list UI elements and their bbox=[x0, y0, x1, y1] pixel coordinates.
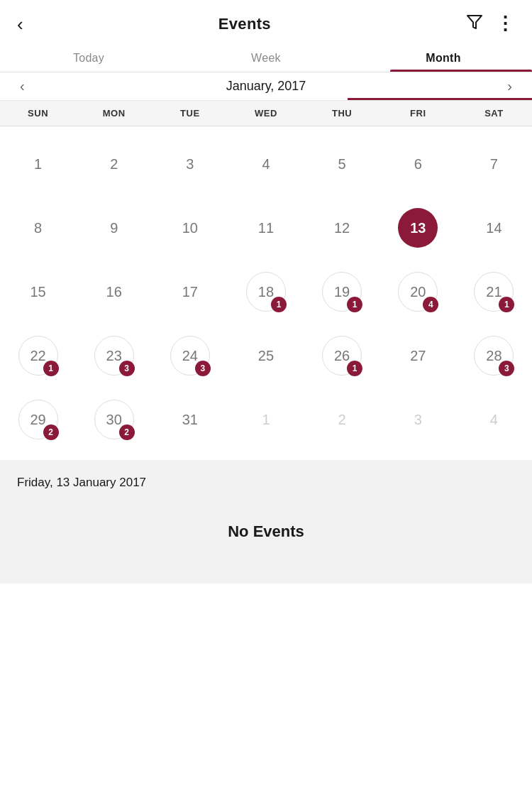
month-title: January, 2017 bbox=[33, 79, 499, 94]
day-number: 18 bbox=[258, 285, 274, 299]
calendar-day-26[interactable]: 261 bbox=[304, 324, 380, 388]
tab-week[interactable]: Week bbox=[177, 42, 355, 72]
calendar-day-20[interactable]: 204 bbox=[380, 260, 456, 324]
day-number: 15 bbox=[30, 285, 45, 299]
calendar-day-other-4-3[interactable]: 1 bbox=[228, 388, 304, 451]
weekday-headers: SUN MON TUE WED THU FRI SAT bbox=[0, 101, 532, 126]
day-number: 16 bbox=[106, 285, 122, 299]
event-count-badge: 1 bbox=[499, 297, 514, 312]
day-number: 9 bbox=[110, 221, 118, 235]
event-count-badge: 2 bbox=[119, 425, 135, 440]
selected-date-section: Friday, 13 January 2017 bbox=[0, 460, 532, 501]
calendar-day-3[interactable]: 3 bbox=[152, 132, 228, 196]
calendar-day-23[interactable]: 233 bbox=[76, 324, 152, 388]
calendar-day-13[interactable]: 13 bbox=[380, 196, 456, 260]
day-number: 22 bbox=[30, 349, 45, 363]
day-number: 26 bbox=[334, 349, 350, 363]
calendar-day-14[interactable]: 14 bbox=[456, 196, 532, 260]
day-number: 19 bbox=[334, 285, 350, 299]
calendar-day-5[interactable]: 5 bbox=[304, 132, 380, 196]
calendar-day-other-4-6[interactable]: 4 bbox=[456, 388, 532, 451]
calendar-day-17[interactable]: 17 bbox=[152, 260, 228, 324]
calendar-day-30[interactable]: 302 bbox=[76, 388, 152, 451]
event-count-badge: 1 bbox=[43, 361, 59, 376]
calendar-day-29[interactable]: 292 bbox=[0, 388, 76, 451]
month-underline bbox=[348, 98, 532, 100]
day-number: 21 bbox=[486, 285, 501, 299]
weekday-sun: SUN bbox=[0, 108, 76, 119]
day-number: 31 bbox=[182, 412, 198, 427]
weekday-sat: SAT bbox=[456, 108, 532, 119]
calendar-day-22[interactable]: 221 bbox=[0, 324, 76, 388]
day-number: 2 bbox=[110, 157, 118, 171]
more-icon[interactable]: ⋮ bbox=[496, 13, 515, 35]
calendar-day-21[interactable]: 211 bbox=[456, 260, 532, 324]
calendar-day-4[interactable]: 4 bbox=[228, 132, 304, 196]
tab-month[interactable]: Month bbox=[355, 42, 532, 72]
day-number: 13 bbox=[410, 221, 426, 235]
day-number: 25 bbox=[258, 349, 274, 363]
calendar-day-10[interactable]: 10 bbox=[152, 196, 228, 260]
weekday-thu: THU bbox=[304, 108, 380, 119]
day-number: 8 bbox=[34, 221, 42, 235]
no-events-text: No Events bbox=[0, 522, 532, 541]
event-count-badge: 1 bbox=[271, 297, 287, 312]
day-number: 24 bbox=[182, 349, 198, 363]
selected-date-label: Friday, 13 January 2017 bbox=[17, 476, 515, 490]
day-number: 5 bbox=[338, 157, 346, 171]
calendar-day-11[interactable]: 11 bbox=[228, 196, 304, 260]
calendar-day-12[interactable]: 12 bbox=[304, 196, 380, 260]
prev-month-button[interactable]: ‹ bbox=[11, 78, 33, 94]
calendar-day-24[interactable]: 243 bbox=[152, 324, 228, 388]
day-number: 17 bbox=[182, 285, 198, 299]
back-button[interactable]: ‹ bbox=[17, 15, 23, 33]
calendar-day-6[interactable]: 6 bbox=[380, 132, 456, 196]
day-number: 1 bbox=[262, 412, 270, 427]
event-count-badge: 3 bbox=[195, 361, 211, 376]
calendar-day-15[interactable]: 15 bbox=[0, 260, 76, 324]
calendar-day-other-4-5[interactable]: 3 bbox=[380, 388, 456, 451]
calendar-day-25[interactable]: 25 bbox=[228, 324, 304, 388]
month-navigation: ‹ January, 2017 › bbox=[0, 72, 532, 101]
calendar-day-7[interactable]: 7 bbox=[456, 132, 532, 196]
calendar-day-8[interactable]: 8 bbox=[0, 196, 76, 260]
event-count-badge: 3 bbox=[499, 361, 514, 376]
day-number: 28 bbox=[486, 349, 501, 363]
day-number: 14 bbox=[486, 221, 501, 235]
weekday-tue: TUE bbox=[152, 108, 228, 119]
header-icons: ⋮ bbox=[466, 13, 515, 35]
day-number: 2 bbox=[338, 412, 346, 427]
day-number: 10 bbox=[182, 221, 198, 235]
calendar-day-19[interactable]: 191 bbox=[304, 260, 380, 324]
day-number: 6 bbox=[414, 157, 422, 171]
day-number: 12 bbox=[334, 221, 350, 235]
app-header: ‹ Events ⋮ bbox=[0, 0, 532, 42]
tab-today[interactable]: Today bbox=[0, 42, 177, 72]
calendar-day-31[interactable]: 31 bbox=[152, 388, 228, 451]
day-number: 23 bbox=[106, 349, 122, 363]
event-count-badge: 1 bbox=[347, 297, 362, 312]
filter-icon[interactable] bbox=[466, 13, 483, 35]
day-number: 29 bbox=[30, 412, 45, 427]
next-month-button[interactable]: › bbox=[499, 78, 521, 94]
weekday-mon: MON bbox=[76, 108, 152, 119]
day-number: 3 bbox=[414, 412, 422, 427]
calendar-day-1[interactable]: 1 bbox=[0, 132, 76, 196]
no-events-section: No Events bbox=[0, 501, 532, 584]
calendar-day-16[interactable]: 16 bbox=[76, 260, 152, 324]
day-number: 20 bbox=[410, 285, 426, 299]
day-number: 11 bbox=[258, 221, 274, 235]
calendar-day-2[interactable]: 2 bbox=[76, 132, 152, 196]
event-count-badge: 1 bbox=[347, 361, 362, 376]
event-count-badge: 3 bbox=[119, 361, 135, 376]
calendar-day-18[interactable]: 181 bbox=[228, 260, 304, 324]
svg-marker-0 bbox=[467, 16, 482, 28]
page-title: Events bbox=[218, 15, 271, 33]
calendar-day-27[interactable]: 27 bbox=[380, 324, 456, 388]
calendar-day-28[interactable]: 283 bbox=[456, 324, 532, 388]
weekday-wed: WED bbox=[228, 108, 304, 119]
day-number: 4 bbox=[262, 157, 270, 171]
calendar-day-other-4-4[interactable]: 2 bbox=[304, 388, 380, 451]
event-count-badge: 4 bbox=[423, 297, 438, 312]
calendar-day-9[interactable]: 9 bbox=[76, 196, 152, 260]
